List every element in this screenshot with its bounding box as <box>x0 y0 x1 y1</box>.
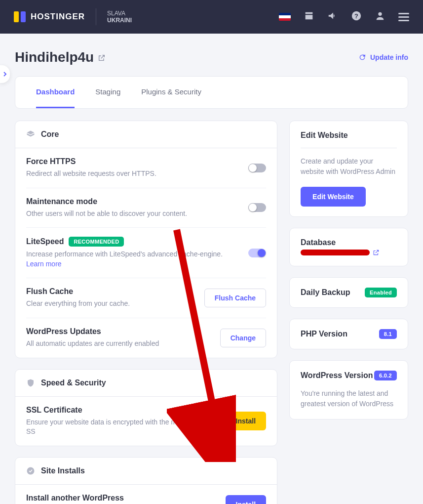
ssl-desc: Ensure your website data is encrypted wi… <box>26 418 218 437</box>
litespeed-learn-more[interactable]: Learn more <box>26 260 62 268</box>
maintenance-title: Maintenance mode <box>26 197 187 206</box>
row-litespeed: LiteSpeed RECOMMENDED Increase performan… <box>26 228 266 278</box>
core-title: Core <box>41 130 59 139</box>
external-link-icon <box>98 49 106 65</box>
svg-point-2 <box>378 12 382 16</box>
wp-version-card: WordPress Version 6.0.2 You're running t… <box>289 360 408 420</box>
install-wp-button[interactable]: Install <box>226 495 266 504</box>
page-header: Hindihelp4u Update info <box>15 49 408 65</box>
php-card: PHP Version 8.1 <box>289 319 408 349</box>
flush-cache-button[interactable]: Flush Cache <box>204 289 266 307</box>
speed-body: SSL Certificate Ensure your website data… <box>15 397 277 446</box>
flush-title: Flush Cache <box>26 287 130 296</box>
tagline-top: SLAVA <box>107 10 132 17</box>
wpver-badge: 6.0.2 <box>374 371 397 380</box>
installs-heading: Site Installs <box>15 458 277 485</box>
account-icon[interactable] <box>375 10 385 23</box>
backup-card: Daily Backup Enabled <box>289 277 408 308</box>
tab-plugins[interactable]: Plugins & Security <box>141 77 201 108</box>
store-icon[interactable] <box>304 10 314 23</box>
col-right: Edit Website Create and update your webs… <box>289 121 408 420</box>
ssl-install-button[interactable]: Install <box>226 412 266 430</box>
wpver-desc: You're running the latest and greatest v… <box>301 388 397 409</box>
row-flush: Flush Cache Clear everything from your c… <box>26 278 266 318</box>
col-left: Core Force HTTPS Redirect all website re… <box>15 121 277 504</box>
litespeed-title-row: LiteSpeed RECOMMENDED <box>26 237 240 247</box>
row-install-wp: Install another WordPress Install the re… <box>26 485 266 504</box>
database-link[interactable] <box>301 249 397 256</box>
row-updates: WordPress Updates All automatic updates … <box>26 318 266 358</box>
top-bar-right: ? <box>279 10 409 23</box>
ssl-title: SSL Certificate <box>26 406 218 415</box>
edit-website-card: Edit Website Create and update your webs… <box>289 121 408 217</box>
maintenance-desc: Other users will not be able to discover… <box>26 209 187 219</box>
backup-badge: Enabled <box>365 288 397 297</box>
edit-website-desc: Create and update your website with Word… <box>301 156 397 177</box>
header-divider <box>96 8 96 25</box>
help-icon[interactable]: ? <box>351 10 362 23</box>
update-info-label: Update info <box>370 53 408 61</box>
speed-heading: Speed & Security <box>15 370 277 397</box>
brand-name: HOSTINGER <box>31 12 85 22</box>
check-circle-icon <box>26 466 35 475</box>
database-card: Database <box>289 228 408 266</box>
installs-title: Site Installs <box>41 466 85 475</box>
litespeed-title: LiteSpeed <box>26 237 64 246</box>
top-bar-left: HOSTINGER SLAVA UKRAINI <box>14 8 132 25</box>
svg-text:?: ? <box>354 12 358 20</box>
litespeed-toggle[interactable] <box>248 249 266 257</box>
external-link-icon <box>373 249 380 256</box>
row-ssl: SSL Certificate Ensure your website data… <box>26 397 266 446</box>
database-name-redacted <box>301 250 370 255</box>
core-card: Core Force HTTPS Redirect all website re… <box>15 121 277 358</box>
force-https-toggle[interactable] <box>248 164 266 172</box>
database-title: Database <box>301 238 397 247</box>
speed-card: Speed & Security SSL Certificate Ensure … <box>15 369 277 446</box>
columns: Core Force HTTPS Redirect all website re… <box>15 121 408 504</box>
site-name: Hindihelp4u <box>15 49 94 65</box>
flush-desc: Clear everything from your cache. <box>26 299 130 309</box>
row-force-https: Force HTTPS Redirect all website request… <box>26 148 266 188</box>
php-title: PHP Version <box>301 330 347 338</box>
shield-icon <box>26 378 35 387</box>
main-content: Hindihelp4u Update info Dashboard Stagin… <box>0 34 423 504</box>
svg-point-3 <box>27 467 35 474</box>
update-info-button[interactable]: Update info <box>358 53 408 61</box>
core-heading: Core <box>15 121 277 148</box>
language-flag-icon[interactable] <box>279 13 291 21</box>
force-https-title: Force HTTPS <box>26 157 156 166</box>
installs-card: Site Installs Install another WordPress … <box>15 457 277 504</box>
core-body: Force HTTPS Redirect all website request… <box>15 148 277 358</box>
change-updates-button[interactable]: Change <box>220 329 266 347</box>
logo-mark-icon <box>14 11 26 22</box>
wpver-title: WordPress Version <box>301 371 373 380</box>
tagline-bottom: UKRAINI <box>107 17 132 24</box>
force-https-desc: Redirect all website requests over HTTPS… <box>26 169 156 179</box>
updates-desc: All automatic updates are currently enab… <box>26 339 159 349</box>
litespeed-desc: Increase performance with LiteSpeed's ad… <box>26 250 240 269</box>
top-bar: HOSTINGER SLAVA UKRAINI ? <box>0 0 423 34</box>
brand-logo[interactable]: HOSTINGER <box>14 11 85 22</box>
edit-website-title: Edit Website <box>301 131 397 148</box>
recommended-badge: RECOMMENDED <box>69 237 124 247</box>
tabs-card: Dashboard Staging Plugins & Security <box>15 76 408 109</box>
edit-website-button[interactable]: Edit Website <box>301 187 366 207</box>
updates-title: WordPress Updates <box>26 327 159 336</box>
header-tagline: SLAVA UKRAINI <box>107 10 132 24</box>
install-wp-title: Install another WordPress <box>26 494 193 503</box>
chevron-right-icon <box>2 72 7 77</box>
tab-staging[interactable]: Staging <box>95 77 120 108</box>
backup-title: Daily Backup <box>301 288 350 297</box>
announce-icon[interactable] <box>327 10 338 23</box>
page-title[interactable]: Hindihelp4u <box>15 49 106 65</box>
menu-icon[interactable] <box>398 13 409 21</box>
tab-dashboard[interactable]: Dashboard <box>36 77 75 108</box>
tabs: Dashboard Staging Plugins & Security <box>15 77 408 108</box>
installs-body: Install another WordPress Install the re… <box>15 485 277 504</box>
maintenance-toggle[interactable] <box>248 203 266 212</box>
layers-icon <box>26 130 35 139</box>
speed-title: Speed & Security <box>41 378 106 387</box>
refresh-icon <box>358 53 366 61</box>
row-maintenance: Maintenance mode Other users will not be… <box>26 188 266 228</box>
php-badge: 8.1 <box>379 329 397 339</box>
